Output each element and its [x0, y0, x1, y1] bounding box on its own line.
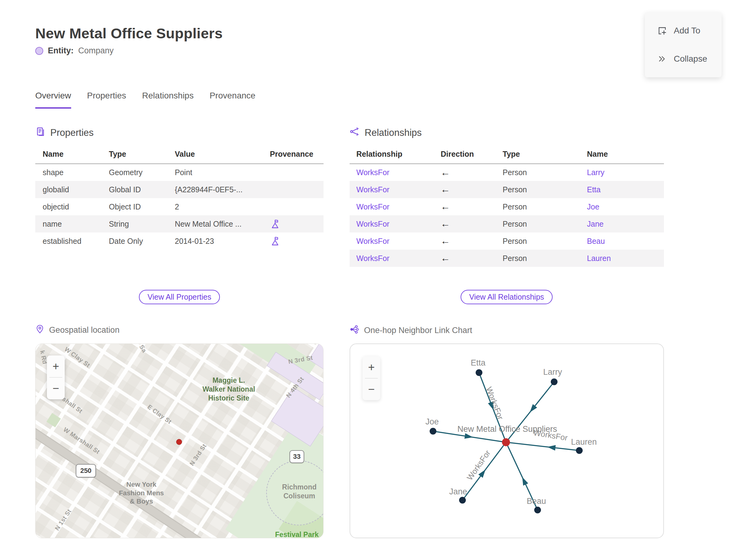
geospatial-map[interactable]: k RdW Clay StSaarshall StW Marshall StE …: [35, 343, 324, 538]
table-row: WorksFor←PersonJane: [350, 215, 664, 232]
page-title: New Metal Office Suppliers: [35, 25, 223, 42]
map-zoom-out-button[interactable]: −: [47, 378, 65, 399]
column-header-direction: Direction: [434, 146, 496, 164]
rels-name-cell[interactable]: Larry: [580, 164, 664, 181]
map-street-label: E Clay St: [146, 403, 173, 426]
chart-zoom-control: + −: [362, 356, 380, 400]
rels-name-cell[interactable]: Lauren: [580, 250, 664, 267]
table-row: WorksFor←PersonJoe: [350, 198, 664, 215]
chart-node-etta[interactable]: [476, 369, 482, 376]
map-street-label: N 1st St: [53, 508, 73, 532]
tab-provenance[interactable]: Provenance: [209, 91, 255, 109]
relationships-table: RelationshipDirectionTypeNameWorksFor←Pe…: [350, 146, 664, 267]
rels-relationship-cell[interactable]: WorksFor: [350, 181, 434, 198]
route-shield: 33: [289, 450, 304, 463]
map-street-label: N 3rd St: [188, 443, 208, 467]
entity-label: Entity:: [48, 46, 74, 56]
table-row: shapeGeometryPoint: [35, 164, 324, 181]
tab-bar: OverviewPropertiesRelationshipsProvenanc…: [35, 91, 255, 109]
chart-center-node[interactable]: [502, 438, 510, 446]
props-name-cell: globalid: [35, 181, 102, 198]
chart-node-beau[interactable]: [534, 507, 541, 513]
direction-arrow: ←: [434, 198, 496, 215]
rels-type-cell: Person: [496, 232, 580, 250]
map-zoom-in-button[interactable]: +: [47, 355, 65, 377]
tab-properties[interactable]: Properties: [87, 91, 126, 109]
rels-name-cell[interactable]: Beau: [580, 232, 664, 250]
column-header-type: Type: [102, 146, 167, 164]
route-shield: 250: [76, 464, 96, 478]
rels-relationship-cell[interactable]: WorksFor: [350, 198, 434, 215]
chart-node-label: Lauren: [571, 437, 597, 447]
rels-relationship-cell[interactable]: WorksFor: [350, 164, 434, 181]
geospatial-section-header: Geospatial location: [35, 324, 120, 336]
map-zoom-control: + −: [47, 355, 65, 399]
table-row: establishedDate Only2014-01-23: [35, 232, 324, 250]
props-type-cell: String: [102, 215, 167, 232]
props-provenance-cell: [263, 181, 324, 198]
view-all-properties-button[interactable]: View All Properties: [139, 290, 220, 304]
map-poi-label: Maggie L.Walker NationalHistoric Site: [202, 376, 255, 402]
props-name-cell: objectid: [35, 198, 102, 215]
chart-node-larry[interactable]: [551, 378, 558, 385]
add-to-button[interactable]: Add To: [645, 26, 722, 36]
rels-type-cell: Person: [496, 250, 580, 267]
direction-arrow: ←: [434, 250, 496, 267]
tab-relationships[interactable]: Relationships: [142, 91, 194, 109]
entity-subtitle: Entity: Company: [35, 46, 114, 56]
one-hop-link-chart[interactable]: WorksForWorksForWorksForEttaLarryJoeLaur…: [350, 343, 664, 538]
table-row: nameStringNew Metal Office ...: [35, 215, 324, 232]
rels-type-cell: Person: [496, 198, 580, 215]
chart-node-lauren[interactable]: [576, 447, 583, 454]
props-provenance-cell: [263, 198, 324, 215]
entity-details-page: New Metal Office Suppliers Entity: Compa…: [0, 0, 736, 560]
table-row: WorksFor←PersonEtta: [350, 181, 664, 198]
rels-type-cell: Person: [496, 181, 580, 198]
column-header-name: Name: [35, 146, 102, 164]
props-value-cell: {A228944F-0EF5-...: [167, 181, 263, 198]
rels-relationship-cell[interactable]: WorksFor: [350, 215, 434, 232]
map-pin-icon: [35, 324, 44, 336]
props-provenance-cell[interactable]: [263, 232, 324, 250]
direction-arrow: ←: [434, 215, 496, 232]
chart-node-jane[interactable]: [459, 497, 466, 504]
chart-zoom-out-button[interactable]: −: [362, 378, 380, 400]
chart-zoom-in-button[interactable]: +: [362, 356, 380, 378]
chart-node-label: Jane: [449, 487, 467, 496]
link-chart-title: One-hop Neighbor Link Chart: [364, 326, 472, 335]
chart-edge-label: WorksFor: [484, 385, 505, 421]
entity-location-point[interactable]: [176, 439, 182, 445]
column-header-provenance: Provenance: [263, 146, 324, 164]
properties-section-header: Properties: [35, 126, 94, 139]
chart-node-label: Larry: [543, 367, 562, 377]
add-to-label: Add To: [674, 26, 700, 36]
view-all-relationships-button[interactable]: View All Relationships: [461, 290, 553, 304]
chart-edge[interactable]: [506, 442, 579, 451]
rels-name-cell[interactable]: Jane: [580, 215, 664, 232]
rels-type-cell: Person: [496, 164, 580, 181]
direction-arrow: ←: [434, 164, 496, 181]
tab-overview[interactable]: Overview: [35, 91, 71, 109]
chevrons-right-icon: [657, 54, 667, 64]
rels-relationship-cell[interactable]: WorksFor: [350, 232, 434, 250]
link-chart-section-header: One-hop Neighbor Link Chart: [350, 324, 472, 336]
link-chart-canvas[interactable]: WorksForWorksForWorksForEttaLarryJoeLaur…: [350, 344, 663, 538]
rels-name-cell[interactable]: Etta: [580, 181, 664, 198]
chart-node-label: Etta: [471, 358, 486, 367]
chart-node-label: Beau: [527, 497, 546, 506]
provenance-flag-icon[interactable]: [270, 236, 280, 246]
provenance-flag-icon[interactable]: [270, 219, 280, 229]
props-type-cell: Global ID: [102, 181, 167, 198]
rels-name-cell[interactable]: Joe: [580, 198, 664, 215]
column-header-name: Name: [580, 146, 664, 164]
column-header-type: Type: [496, 146, 580, 164]
relationships-section-title: Relationships: [365, 127, 422, 138]
chart-node-joe[interactable]: [430, 428, 436, 435]
props-provenance-cell[interactable]: [263, 215, 324, 232]
map-poi-label: Festival Park: [275, 530, 319, 538]
rels-relationship-cell[interactable]: WorksFor: [350, 250, 434, 267]
direction-arrow: ←: [434, 181, 496, 198]
collapse-button[interactable]: Collapse: [645, 54, 722, 64]
table-row: WorksFor←PersonLauren: [350, 250, 664, 267]
map-street-label: W Clay St: [63, 345, 92, 369]
